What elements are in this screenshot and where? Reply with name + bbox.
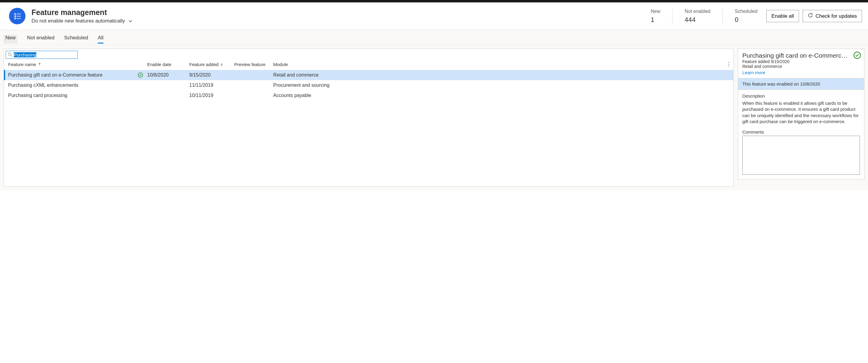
col-header-preview[interactable]: Preview feature — [232, 62, 272, 67]
stat-new-label: New — [651, 9, 660, 14]
stat-not-enabled[interactable]: Not enabled 444 — [684, 9, 710, 24]
description-label: Description — [742, 93, 860, 99]
chevron-down-icon — [128, 19, 133, 23]
tab-not-enabled[interactable]: Not enabled — [27, 35, 55, 44]
svg-point-10 — [728, 66, 730, 67]
cell-module: Procurement and sourcing — [272, 83, 731, 88]
stat-not-enabled-label: Not enabled — [684, 9, 710, 14]
table-row[interactable]: Purchasing gift card on e-Commerce featu… — [4, 70, 733, 80]
cell-feature-name: Purchasing cXML enhancements — [6, 83, 135, 88]
detail-title: Purchasing gift card on e-Commerce f... — [742, 52, 850, 59]
col-header-name[interactable]: Feature name — [6, 62, 135, 67]
search-icon — [8, 52, 12, 57]
search-box[interactable]: Purchasing — [6, 51, 78, 59]
tab-scheduled[interactable]: Scheduled — [64, 35, 88, 44]
page-title: Feature management — [31, 8, 133, 17]
grid-more-icon[interactable] — [727, 62, 731, 67]
feature-list-icon — [9, 8, 26, 24]
stats-group: New 1 Not enabled 444 Scheduled 0 — [651, 9, 757, 24]
svg-point-4 — [14, 18, 16, 19]
detail-panel: Purchasing gift card on e-Commerce f... … — [738, 49, 864, 179]
stat-separator — [722, 9, 723, 24]
stat-new-value: 1 — [651, 16, 660, 24]
col-header-module[interactable]: Module — [272, 62, 731, 67]
tabs-row: New Not enabled Scheduled All — [0, 30, 868, 45]
svg-point-0 — [14, 13, 16, 15]
window-top-bar — [0, 0, 868, 2]
col-header-feature-added[interactable]: Feature added — [187, 62, 232, 67]
check-updates-label: Check for updates — [815, 13, 857, 19]
svg-point-9 — [728, 64, 730, 65]
detail-module: Retail and commerce — [742, 64, 860, 69]
col-header-enable-date[interactable]: Enable date — [146, 62, 187, 67]
comments-label: Comments — [742, 130, 860, 135]
cell-feature-added: 9/15/2020 — [187, 72, 232, 78]
svg-point-2 — [14, 16, 16, 17]
enabled-check-icon — [135, 72, 146, 78]
cell-module: Accounts payable — [272, 93, 731, 98]
subtitle-text: Do not enable new features automatically — [31, 18, 125, 24]
description-text: When this feature is enabled it allows g… — [742, 100, 860, 124]
stat-not-enabled-value: 444 — [684, 16, 710, 24]
cell-feature-name: Purchasing gift card on e-Commerce featu… — [6, 72, 135, 78]
subtitle-dropdown[interactable]: Do not enable new features automatically — [31, 18, 133, 24]
check-updates-button[interactable]: Check for updates — [803, 10, 862, 22]
cell-feature-added: 10/11/2019 — [187, 93, 232, 98]
sort-desc-icon — [220, 62, 223, 67]
search-input-value: Purchasing — [14, 52, 36, 57]
cell-enable-date: 10/8/2020 — [146, 72, 187, 78]
svg-line-7 — [11, 55, 12, 56]
cell-feature-added: 11/11/2019 — [187, 83, 232, 88]
features-grid-panel: Purchasing Feature name Enable date Feat… — [4, 49, 734, 187]
tab-new[interactable]: New — [4, 35, 18, 44]
stat-scheduled-value: 0 — [735, 16, 757, 24]
svg-point-12 — [854, 52, 861, 59]
table-row[interactable]: Purchasing card processing 10/11/2019 Ac… — [4, 90, 733, 101]
detail-added-line: Feature added 9/15/2020 — [742, 59, 860, 64]
svg-point-6 — [8, 53, 11, 56]
tab-all[interactable]: All — [98, 35, 103, 44]
enable-all-label: Enable all — [771, 13, 794, 19]
page-header: Feature management Do not enable new fea… — [0, 2, 868, 30]
status-enabled-icon — [853, 51, 861, 60]
table-row[interactable]: Purchasing cXML enhancements 11/11/2019 … — [4, 80, 733, 90]
svg-point-8 — [728, 62, 730, 63]
sort-asc-icon — [38, 62, 41, 67]
comments-input[interactable] — [742, 136, 860, 175]
col-header-name-label: Feature name — [8, 62, 36, 67]
col-header-added-label: Feature added — [189, 62, 219, 67]
cell-module: Retail and commerce — [272, 72, 731, 78]
learn-more-link[interactable]: Learn more — [742, 70, 766, 75]
stat-separator — [672, 9, 673, 24]
stat-scheduled[interactable]: Scheduled 0 — [735, 9, 757, 24]
enabled-banner: This feature was enabled on 10/8/2020 — [738, 78, 864, 90]
stat-new[interactable]: New 1 — [651, 9, 660, 24]
refresh-icon — [808, 12, 813, 20]
stat-scheduled-label: Scheduled — [735, 9, 757, 14]
grid-header-row: Feature name Enable date Feature added P… — [4, 59, 733, 70]
enable-all-button[interactable]: Enable all — [766, 10, 799, 22]
cell-feature-name: Purchasing card processing — [6, 93, 135, 98]
